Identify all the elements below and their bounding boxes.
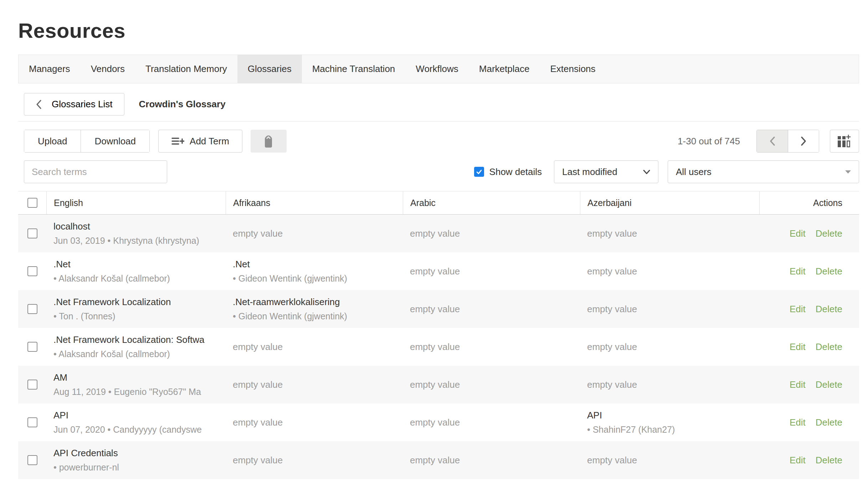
- row-checkbox[interactable]: [27, 266, 37, 276]
- empty-value: empty value: [410, 341, 580, 352]
- delete-link[interactable]: Delete: [816, 455, 842, 466]
- row-checkbox-cell: [18, 366, 46, 403]
- glossaries-list-back-button[interactable]: Glossaries List: [24, 93, 124, 115]
- row-checkbox[interactable]: [27, 228, 37, 238]
- resources-tabbar: Managers Vendors Translation Memory Glos…: [18, 55, 859, 83]
- term-cell-ar: empty value: [403, 290, 580, 328]
- edit-link[interactable]: Edit: [790, 266, 806, 277]
- empty-value: empty value: [587, 379, 759, 390]
- term-text: localhost: [53, 221, 226, 232]
- term-cell-az: empty value: [580, 290, 759, 328]
- glossary-table: English Afrikaans Arabic Azerbaijani Act…: [18, 191, 859, 479]
- actions-cell: EditDelete: [759, 290, 859, 328]
- table-row: .Net Framework Localization• Ton . (Tonn…: [18, 290, 859, 328]
- edit-link[interactable]: Edit: [790, 379, 806, 390]
- back-button-label: Glossaries List: [52, 99, 113, 110]
- tab-extensions[interactable]: Extensions: [540, 55, 606, 83]
- row-checkbox[interactable]: [27, 455, 37, 465]
- show-details-checkbox[interactable]: [474, 167, 484, 177]
- edit-link[interactable]: Edit: [790, 228, 806, 239]
- delete-selected-button[interactable]: [251, 130, 287, 153]
- delete-link[interactable]: Delete: [816, 228, 842, 239]
- term-cell-en: .Net Framework Localization• Ton . (Tonn…: [46, 290, 226, 328]
- edit-link[interactable]: Edit: [790, 341, 806, 352]
- term-text: API: [53, 410, 226, 421]
- term-cell-af: .Net• Gideon Wentink (gjwentink): [226, 252, 403, 290]
- term-cell-az: empty value: [580, 441, 759, 479]
- term-detail: Jun 03, 2019 • Khrystyna (khrystyna): [53, 236, 226, 246]
- empty-value: empty value: [410, 228, 580, 239]
- term-detail: • Alaksandr Košal (callmebor): [53, 349, 226, 359]
- row-checkbox-cell: [18, 403, 46, 441]
- term-detail: • powerburner-nl: [53, 462, 226, 473]
- upload-download-group: Upload Download: [24, 130, 150, 153]
- row-checkbox-cell: [18, 290, 46, 328]
- manage-columns-button[interactable]: [830, 130, 859, 153]
- edit-link[interactable]: Edit: [790, 304, 806, 315]
- table-row: API Credentials• powerburner-nlempty val…: [18, 441, 859, 479]
- empty-value: empty value: [233, 455, 403, 466]
- actions-cell: EditDelete: [759, 366, 859, 403]
- empty-value: empty value: [233, 417, 403, 428]
- empty-value: empty value: [410, 455, 580, 466]
- column-header-afrikaans: Afrikaans: [226, 191, 403, 214]
- delete-link[interactable]: Delete: [816, 266, 842, 277]
- select-all-checkbox[interactable]: [27, 198, 37, 208]
- glossary-subheader: Glossaries List Crowdin's Glossary: [24, 93, 859, 115]
- row-checkbox-cell: [18, 215, 46, 252]
- empty-value: empty value: [587, 228, 759, 239]
- tab-glossaries[interactable]: Glossaries: [237, 55, 302, 83]
- next-page-button[interactable]: [788, 130, 819, 152]
- section-divider: [18, 121, 859, 122]
- add-term-button[interactable]: Add Term: [158, 130, 242, 153]
- glossary-name: Crowdin's Glossary: [139, 99, 226, 110]
- term-cell-az: empty value: [580, 366, 759, 403]
- chevron-down-icon: [643, 170, 650, 174]
- row-checkbox[interactable]: [27, 417, 37, 427]
- tab-workflows[interactable]: Workflows: [405, 55, 468, 83]
- columns-plus-icon: [837, 134, 852, 148]
- add-term-label: Add Term: [190, 136, 229, 147]
- actions-cell: EditDelete: [759, 328, 859, 366]
- row-checkbox-cell: [18, 441, 46, 479]
- term-detail: • Gideon Wentink (gjwentink): [233, 273, 403, 284]
- add-term-icon: [171, 136, 184, 146]
- empty-value: empty value: [233, 379, 403, 390]
- tab-managers[interactable]: Managers: [19, 55, 81, 83]
- empty-value: empty value: [410, 266, 580, 277]
- show-details-toggle: Show details: [474, 166, 542, 177]
- row-checkbox[interactable]: [27, 342, 37, 352]
- sort-select[interactable]: Last modified: [554, 160, 658, 183]
- delete-link[interactable]: Delete: [816, 379, 842, 390]
- delete-link[interactable]: Delete: [816, 304, 842, 315]
- empty-value: empty value: [410, 417, 580, 428]
- chevron-right-icon: [800, 135, 807, 147]
- term-text: .Net Framework Localization: Softwa: [53, 334, 226, 345]
- edit-link[interactable]: Edit: [790, 417, 806, 428]
- page-title: Resources: [18, 19, 859, 42]
- delete-link[interactable]: Delete: [816, 341, 842, 352]
- term-cell-az: empty value: [580, 215, 759, 252]
- delete-link[interactable]: Delete: [816, 417, 842, 428]
- prev-page-button[interactable]: [757, 130, 788, 152]
- term-cell-af: empty value: [226, 366, 403, 403]
- row-checkbox[interactable]: [27, 304, 37, 314]
- term-cell-af: empty value: [226, 328, 403, 366]
- tab-machine-translation[interactable]: Machine Translation: [302, 55, 406, 83]
- search-input[interactable]: [24, 160, 167, 183]
- table-row: APIJun 07, 2020 • Candyyyyy (candysweemp…: [18, 403, 859, 441]
- empty-value: empty value: [410, 379, 580, 390]
- actions-cell: EditDelete: [759, 403, 859, 441]
- users-select[interactable]: All users: [668, 160, 859, 183]
- upload-button[interactable]: Upload: [24, 130, 81, 152]
- row-checkbox[interactable]: [27, 380, 37, 390]
- tab-translation-memory[interactable]: Translation Memory: [135, 55, 237, 83]
- term-text: API: [587, 410, 759, 421]
- tab-marketplace[interactable]: Marketplace: [469, 55, 540, 83]
- users-selected-value: All users: [676, 166, 712, 177]
- tab-vendors[interactable]: Vendors: [81, 55, 135, 83]
- table-row: AMAug 11, 2019 • Eugenio "Ryo567" Maempt…: [18, 366, 859, 403]
- empty-value: empty value: [587, 341, 759, 352]
- download-button[interactable]: Download: [81, 130, 149, 152]
- edit-link[interactable]: Edit: [790, 455, 806, 466]
